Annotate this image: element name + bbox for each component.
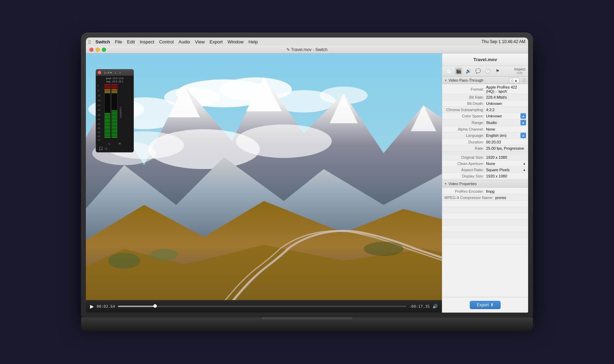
video-passthrough-label: Video Pass-Through xyxy=(449,78,483,82)
peak-label: peak xyxy=(106,77,111,80)
colorspace-dropdown-btn[interactable]: ▲ xyxy=(520,113,526,119)
prop-bitdepth: Bit Depth: Unknown xyxy=(442,100,528,107)
window-title: ✎ Travel.mov - Switch xyxy=(286,47,328,52)
audio-tab-icon[interactable]: 🔊 xyxy=(464,67,472,75)
menu-view[interactable]: View xyxy=(195,39,205,44)
menubar-left:  Switch File Edit Inspect Control Audio… xyxy=(89,39,482,45)
prop-alpha: Alpha Channel: None xyxy=(442,126,528,132)
prop-chroma: Chroma Subsampling: 4:2:2 xyxy=(442,107,528,113)
passthrough-dropdown[interactable]: ◇ ▲ xyxy=(509,78,519,83)
clean-aperture-label: Clean Aperture: xyxy=(444,162,486,166)
db-0: 0 xyxy=(97,85,104,87)
volume-icon[interactable]: 🔊 xyxy=(433,304,438,309)
file-tab-icon[interactable]: 📄 xyxy=(445,67,453,75)
menu-file[interactable]: File xyxy=(115,39,122,44)
export-button[interactable]: Export ⬆ xyxy=(470,301,501,309)
loudness-label: Loudness xyxy=(120,107,122,118)
db-24: -24 xyxy=(97,104,104,106)
prop-empty-7 xyxy=(442,238,528,245)
prop-range: Range: Studio ▲ xyxy=(442,119,528,126)
laptop:  Switch File Edit Inspect Control Audio… xyxy=(81,33,533,331)
inspect-label: Inspect xyxy=(514,67,525,71)
minimize-button[interactable] xyxy=(96,48,100,52)
duration-value: 00:20.03 xyxy=(486,140,526,144)
svg-point-22 xyxy=(364,242,404,256)
inspector-panel: Travel.mov 📄 🎬 🔊 💬 🕐 ⚑ xyxy=(442,53,528,313)
prop-empty-5 xyxy=(442,226,528,232)
original-size-label: Original Size: xyxy=(444,155,486,159)
range-dropdown-btn[interactable]: ▲ xyxy=(520,120,526,125)
meters-title: ▷ A ▾ xyxy=(104,71,112,74)
vp-triangle-icon: ▼ xyxy=(444,182,447,185)
menu-inspect[interactable]: Inspect xyxy=(140,39,154,44)
db-18: -18 xyxy=(97,99,104,101)
export-label: Export xyxy=(477,303,489,307)
right-label: R xyxy=(119,142,121,145)
db-42: -42 xyxy=(97,118,104,121)
progress-bar[interactable] xyxy=(118,306,406,307)
svg-point-20 xyxy=(108,253,140,269)
duration-label: Duration: xyxy=(444,140,486,144)
language-dropdown-btn[interactable]: ▲ xyxy=(520,133,526,138)
clean-aperture-container: None ▲ xyxy=(486,162,526,166)
clean-aperture-value: None xyxy=(486,162,522,166)
video-passthrough-header[interactable]: ▼ Video Pass-Through ◇ ▲ ⓘ xyxy=(442,76,528,84)
db-60: -60 xyxy=(97,131,104,133)
menu-window[interactable]: Window xyxy=(227,39,243,44)
video-properties-header[interactable]: ▼ Video Properties xyxy=(442,180,528,188)
format-label: Format: xyxy=(444,87,486,91)
section-info-icon[interactable]: ⓘ xyxy=(522,78,526,83)
channel-1-meter xyxy=(104,84,111,138)
aspect-ratio-label: Aspect Ratio: xyxy=(444,168,486,172)
db-30: -30 xyxy=(97,109,104,111)
clock-tab-icon[interactable]: 🕐 xyxy=(484,67,492,75)
menu-edit[interactable]: Edit xyxy=(127,39,135,44)
prop-colorspace: Color Space: Unknown ▲ xyxy=(442,113,528,119)
menubar-right: Thu Sep 1 10:46:42 AM xyxy=(482,39,525,44)
prores-encoder-value: fmpg xyxy=(486,189,526,193)
db-66: -66 xyxy=(97,135,104,137)
flag-tab-icon[interactable]: ⚑ xyxy=(494,67,501,75)
video-tab-icon[interactable]: 🎬 xyxy=(455,67,462,75)
play-button[interactable]: ▶ xyxy=(90,304,94,309)
video-properties-label: Video Properties xyxy=(449,182,477,186)
aspect-ratio-arrow: ▲ xyxy=(523,168,526,172)
export-icon: ⬆ xyxy=(490,303,494,307)
maximize-button[interactable] xyxy=(102,48,106,52)
mpeg4-value: prores xyxy=(495,196,526,200)
menu-export[interactable]: Export xyxy=(210,39,223,44)
dropdown-arrow: ▲ xyxy=(514,78,518,82)
avg-display: avg. -29.9 -29.2 xyxy=(97,80,132,83)
yellow-zone-2 xyxy=(112,90,117,93)
loudness-side: Loudness xyxy=(118,84,123,141)
inspector-scroll-region[interactable]: ▼ Video Pass-Through ◇ ▲ ⓘ xyxy=(442,76,528,297)
controls-bar: ▶ 00:02.64 -00:17.35 🔊 xyxy=(86,300,442,313)
yellow-zone-1 xyxy=(105,90,110,93)
menu-switch[interactable]: Switch xyxy=(95,39,110,44)
channel-2-meter xyxy=(111,84,118,138)
captions-tab-icon[interactable]: 💬 xyxy=(474,67,482,75)
apple-logo-icon[interactable]:  xyxy=(89,39,90,45)
alpha-value: None xyxy=(486,127,526,131)
display-size-value: 1920 x 1080 xyxy=(486,174,526,178)
svg-point-15 xyxy=(236,124,332,158)
bitrate-label: Bit Rate: xyxy=(444,95,486,99)
format-value: Apple ProRes 422 (HQ) - 'apch' xyxy=(486,85,526,93)
colorspace-value-container: Unknown ▲ xyxy=(486,113,526,119)
menu-help[interactable]: Help xyxy=(249,39,258,44)
progress-fill xyxy=(118,306,155,307)
close-button[interactable] xyxy=(89,48,94,52)
bitrate-value: 228.4 Mbit/s xyxy=(486,95,526,99)
inspect-edit-toggle[interactable]: Inspect Edit xyxy=(514,67,525,75)
meters-close-button[interactable] xyxy=(98,71,101,74)
laptop-body:  Switch File Edit Inspect Control Audio… xyxy=(81,33,533,317)
menu-audio[interactable]: Audio xyxy=(179,39,190,44)
prop-empty-3 xyxy=(442,213,528,220)
video-frame xyxy=(86,53,442,313)
prop-rate: Rate: 25.00 fps, Progressive xyxy=(442,145,528,151)
svg-point-21 xyxy=(150,249,178,260)
video-properties-grid: ProRes Encoder: fmpg MPEG-4 Compressor N… xyxy=(442,188,528,245)
video-area[interactable]: ▷ A ▾ 1 2 peak -15.6 -13.6 avg. -29.9 -2… xyxy=(86,53,442,313)
left-label: L xyxy=(108,142,110,145)
menu-control[interactable]: Control xyxy=(159,39,174,44)
